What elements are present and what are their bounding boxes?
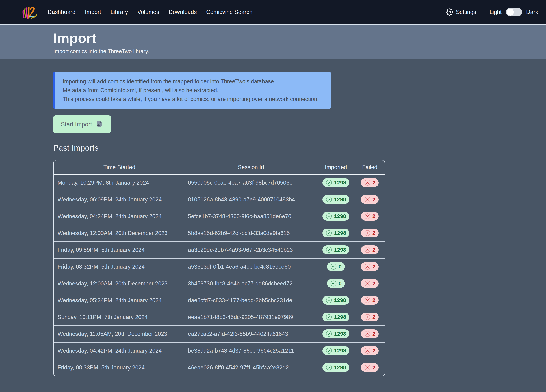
failed-badge: 2: [361, 246, 379, 254]
session-id-cell: 8105126a-8b43-4390-a7e9-4000710483b4: [185, 191, 317, 208]
nav-item-volumes[interactable]: Volumes: [137, 9, 159, 15]
theme-dark-label: Dark: [526, 9, 538, 15]
imported-badge: 0: [327, 262, 345, 271]
imported-count: 1298: [334, 331, 346, 337]
failed-badge: 2: [361, 363, 379, 372]
nav-item-downloads[interactable]: Downloads: [169, 9, 197, 15]
nav-item-import[interactable]: Import: [85, 9, 101, 15]
time-started-cell: Wednesday, 04:42PM, 24th January 2024: [54, 342, 185, 359]
time-started-cell: Wednesday, 12:00AM, 20th December 2023: [54, 275, 185, 292]
table-row: Friday, 08:33PM, 5th January 2024 46eae0…: [54, 359, 385, 376]
check-circle-icon: [330, 263, 337, 270]
session-id-cell: aa3e29dc-2eb7-4a93-967f-2b3c34541b23: [185, 242, 317, 258]
nav-right: Settings Light Dark: [446, 8, 538, 16]
start-import-label: Start Import: [61, 121, 92, 128]
failed-badge: 2: [361, 262, 379, 271]
check-circle-icon: [330, 280, 337, 287]
nav-item-library[interactable]: Library: [110, 9, 128, 15]
gear-icon: [446, 8, 453, 16]
imported-badge: 1298: [323, 346, 349, 355]
alert-line-1: Importing will add comics identified fro…: [63, 77, 323, 86]
imported-badge: 1298: [323, 229, 349, 237]
imported-count: 1298: [334, 180, 346, 186]
imported-count: 1298: [334, 314, 346, 320]
table-row: Monday, 10:29PM, 8th January 2024 0550d0…: [54, 174, 385, 191]
imported-badge: 1298: [323, 246, 349, 254]
top-navbar: Dashboard Import Library Volumes Downloa…: [0, 0, 546, 25]
check-circle-icon: [326, 331, 332, 337]
session-id-cell: be38dd2a-b748-4d37-86cb-9604c25a1211: [185, 342, 317, 359]
check-circle-icon: [326, 230, 332, 236]
past-imports-table: Time Started Session Id Imported Failed …: [53, 160, 385, 376]
session-id-cell: ea27cac2-a7fd-42f3-85b9-4402ffa61643: [185, 326, 317, 342]
page-header: Import Import comics into the ThreeTwo l…: [0, 25, 546, 59]
check-circle-icon: [326, 213, 332, 220]
threetwo-logo[interactable]: [20, 3, 38, 21]
time-started-cell: Wednesday, 06:09PM, 24th January 2024: [54, 191, 185, 208]
failed-count: 2: [372, 347, 376, 354]
x-circle-icon: [364, 230, 371, 236]
table-row: Wednesday, 12:00AM, 20th December 2023 5…: [54, 225, 385, 242]
session-id-cell: 5efce1b7-3748-4360-9f6c-baa851de6e70: [185, 208, 317, 225]
imported-count: 0: [338, 264, 342, 270]
settings-label: Settings: [456, 9, 476, 15]
failed-badge: 2: [361, 346, 379, 355]
table-row: Friday, 08:32PM, 5th January 2024 a53613…: [54, 258, 385, 275]
nav-item-comicvine-search[interactable]: Comicvine Search: [206, 9, 252, 15]
table-row: Wednesday, 11:05AM, 20th December 2023 e…: [54, 326, 385, 342]
session-id-cell: 3b459730-fbc8-4e4b-ac77-dd86dcbeed72: [185, 275, 317, 292]
page-title: Import: [53, 30, 546, 46]
table-row: Sunday, 10:11PM, 7th January 2024 eeae1b…: [54, 309, 385, 326]
imported-count: 1298: [334, 247, 346, 253]
imported-count: 1298: [334, 347, 346, 354]
imported-count: 1298: [334, 213, 346, 219]
x-circle-icon: [364, 213, 371, 220]
time-started-cell: Wednesday, 05:34PM, 24th January 2024: [54, 292, 185, 309]
table-row: Wednesday, 05:34PM, 24th January 2024 da…: [54, 292, 385, 309]
check-circle-icon: [326, 314, 332, 320]
settings-link[interactable]: Settings: [446, 8, 476, 16]
imported-count: 1298: [334, 196, 346, 203]
main-content: Importing will add comics identified fro…: [0, 72, 546, 376]
failed-count: 2: [372, 247, 376, 253]
session-id-cell: 5b8aa15d-62b9-42cf-bcfd-33a0de9fe615: [185, 225, 317, 242]
imported-badge: 1298: [323, 212, 349, 221]
session-id-cell: 46eae026-8ff0-4542-97f1-45bfaa2e82d2: [185, 359, 317, 376]
x-circle-icon: [364, 314, 371, 320]
failed-count: 2: [372, 213, 376, 219]
x-circle-icon: [364, 364, 371, 371]
x-circle-icon: [364, 331, 371, 337]
failed-badge: 2: [361, 195, 379, 204]
failed-badge: 2: [361, 329, 379, 338]
column-session-id: Session Id: [185, 160, 317, 174]
time-started-cell: Wednesday, 12:00AM, 20th December 2023: [54, 225, 185, 242]
column-imported: Imported: [317, 160, 355, 174]
failed-count: 2: [372, 314, 376, 320]
start-import-button[interactable]: Start Import: [53, 115, 111, 133]
x-circle-icon: [364, 297, 371, 303]
time-started-cell: Friday, 08:33PM, 5th January 2024: [54, 359, 185, 376]
x-circle-icon: [364, 263, 371, 270]
table-row: Wednesday, 12:00AM, 20th December 2023 3…: [54, 275, 385, 292]
column-failed: Failed: [355, 160, 385, 174]
page-subtitle: Import comics into the ThreeTwo library.: [53, 48, 546, 54]
x-circle-icon: [364, 179, 371, 186]
imported-badge: 1298: [323, 178, 349, 187]
failed-count: 2: [372, 196, 376, 203]
import-info-alert: Importing will add comics identified fro…: [53, 72, 331, 109]
x-circle-icon: [364, 347, 371, 354]
theme-toggle[interactable]: [506, 8, 522, 16]
time-started-cell: Wednesday, 11:05AM, 20th December 2023: [54, 326, 185, 342]
heading-divider: [110, 148, 423, 148]
alert-line-2: Metadata from ComicInfo.xml, if present,…: [63, 86, 323, 95]
check-circle-icon: [326, 179, 332, 186]
past-imports-header: Past Imports: [53, 144, 423, 152]
imported-badge: 1298: [323, 296, 349, 305]
failed-badge: 2: [361, 178, 379, 187]
failed-count: 2: [372, 264, 376, 270]
failed-badge: 2: [361, 313, 379, 321]
session-id-cell: eeae1b71-f8b3-45dc-9205-487931e97989: [185, 309, 317, 326]
nav-item-dashboard[interactable]: Dashboard: [48, 9, 76, 15]
failed-count: 2: [372, 364, 376, 371]
nav-links: Dashboard Import Library Volumes Downloa…: [48, 9, 252, 15]
